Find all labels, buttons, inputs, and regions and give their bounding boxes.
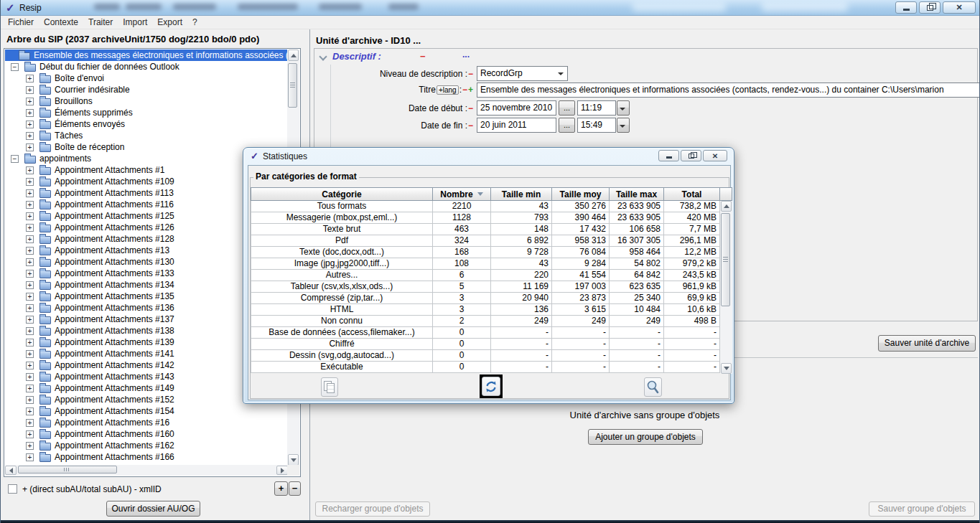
time-debut-input[interactable]: 11:19 <box>577 100 616 116</box>
expand-expander-icon[interactable]: + <box>26 201 34 209</box>
expand-expander-icon[interactable]: + <box>26 258 34 266</box>
tree-item[interactable]: +Appointment Attachments #162 <box>5 440 288 451</box>
collapse-expander-icon[interactable]: − <box>11 155 19 163</box>
scrollbar-thumb[interactable] <box>18 466 117 473</box>
expand-expander-icon[interactable]: + <box>26 396 34 404</box>
remove-field-icon[interactable]: − <box>462 85 467 95</box>
tree-item[interactable]: +Appointment Attachments #154 <box>5 405 288 417</box>
column-header-taille-max[interactable]: Taille max <box>610 187 664 201</box>
minimize-button[interactable] <box>895 1 917 14</box>
tree-item[interactable]: +Courrier indésirable <box>5 84 288 95</box>
copy-to-clipboard-button[interactable] <box>321 377 338 397</box>
save-object-group-button[interactable]: Sauver groupe d'objets <box>869 501 975 517</box>
expand-expander-icon[interactable]: + <box>26 293 34 301</box>
table-row[interactable]: Exécutable0---- <box>251 362 720 373</box>
niveau-combobox[interactable]: RecordGrp <box>477 66 568 81</box>
add-field-icon[interactable]: + <box>468 85 473 95</box>
table-row[interactable]: Texte brut46314817 432106 6587,7 MB <box>251 224 720 235</box>
column-header-taille-min[interactable]: Taille min <box>491 187 552 201</box>
expand-expander-icon[interactable]: + <box>26 339 34 347</box>
table-vertical-scrollbar[interactable] <box>720 201 732 374</box>
date-fin-input[interactable]: 20 juin 2011 <box>477 118 556 133</box>
remove-descriptif-icon[interactable]: − <box>420 51 426 62</box>
time-fin-dropdown-button[interactable] <box>617 118 630 133</box>
table-row[interactable]: Non connu2249249249498 B <box>251 316 720 327</box>
table-row[interactable]: Texte (doc,docx,odt...)1689 72876 084958… <box>251 247 720 258</box>
save-archive-unit-button[interactable]: Sauver unité d'archive <box>878 335 976 352</box>
table-row[interactable]: Messagerie (mbox,pst,eml...)1128793390 4… <box>251 212 720 224</box>
expand-expander-icon[interactable]: + <box>26 166 34 174</box>
subau-xmlid-checkbox[interactable] <box>8 484 17 494</box>
dialog-minimize-button[interactable] <box>658 150 679 161</box>
date-debut-picker-button[interactable]: ... <box>559 100 575 116</box>
expand-expander-icon[interactable]: + <box>26 430 34 438</box>
expand-expander-icon[interactable]: + <box>26 407 34 415</box>
dialog-restore-button[interactable] <box>681 150 701 161</box>
expand-expander-icon[interactable]: + <box>26 98 34 105</box>
expand-expander-icon[interactable]: + <box>26 75 34 83</box>
scroll-left-button[interactable] <box>5 466 17 475</box>
table-row[interactable]: Tableur (csv,xls,xlsx,ods...)511 169197 … <box>251 281 720 293</box>
table-row[interactable]: Base de données (access,filemaker...)0--… <box>251 327 720 339</box>
expand-expander-icon[interactable]: + <box>26 121 34 128</box>
expand-expander-icon[interactable]: + <box>26 235 34 243</box>
table-row[interactable]: HTML31363 61510 48410,6 kB <box>251 304 720 316</box>
expand-expander-icon[interactable]: + <box>26 143 34 151</box>
table-row[interactable]: Autres...622041 55464 842243,5 kB <box>251 270 720 281</box>
expand-expander-icon[interactable]: + <box>26 327 34 335</box>
expand-expander-icon[interactable]: + <box>26 109 34 117</box>
expand-expander-icon[interactable]: + <box>26 316 34 324</box>
collapse-all-button[interactable]: − <box>289 481 301 496</box>
titre-input[interactable]: Ensemble des messages électroniques et i… <box>477 83 980 98</box>
expand-expander-icon[interactable]: + <box>26 212 34 220</box>
date-debut-input[interactable]: 25 novembre 2010 <box>477 100 556 116</box>
remove-field-icon[interactable]: − <box>468 69 473 79</box>
expand-expander-icon[interactable]: + <box>26 224 34 232</box>
date-fin-picker-button[interactable]: ... <box>559 118 575 133</box>
table-row[interactable]: Chiffré0---- <box>251 339 720 350</box>
open-au-og-folder-button[interactable]: Ouvrir dossier AU/OG <box>106 501 200 517</box>
expand-expander-icon[interactable]: + <box>26 304 34 312</box>
scrollbar-thumb[interactable] <box>288 63 297 108</box>
tree-item[interactable]: −Début du fichier de données Outlook <box>5 61 288 72</box>
expand-expander-icon[interactable]: + <box>26 442 34 450</box>
column-header-total[interactable]: Total <box>664 187 720 201</box>
expand-expander-icon[interactable]: + <box>26 178 34 186</box>
column-header-taille-moy[interactable]: Taille moy <box>552 187 610 201</box>
expand-expander-icon[interactable]: + <box>26 132 34 140</box>
tree-item[interactable]: +Appointment Attachments #16 <box>5 417 288 428</box>
expand-all-button[interactable]: + <box>274 481 288 496</box>
collapse-expander-icon[interactable]: − <box>11 63 19 71</box>
menu-item-traiter[interactable]: Traiter <box>83 16 118 29</box>
descriptif-more-button[interactable]: ... <box>462 50 470 60</box>
expand-expander-icon[interactable]: + <box>26 350 34 358</box>
table-row[interactable]: Tous formats221043350 27623 633 905738,2… <box>251 201 720 212</box>
menu-item-contexte[interactable]: Contexte <box>39 16 83 29</box>
tree-item[interactable]: +Appointment Attachments #160 <box>5 428 288 440</box>
menu-item-help[interactable]: ? <box>187 16 202 29</box>
tree-item[interactable]: Ensemble des messages électroniques et i… <box>5 50 288 61</box>
restore-button[interactable] <box>919 1 941 14</box>
expand-expander-icon[interactable]: + <box>26 247 34 255</box>
tree-item[interactable]: +Brouillons <box>5 95 288 107</box>
tree-item[interactable]: +Éléments supprimés <box>5 107 288 118</box>
remove-field-icon[interactable]: − <box>468 121 473 131</box>
expand-expander-icon[interactable]: + <box>26 281 34 289</box>
time-debut-dropdown-button[interactable] <box>617 100 630 116</box>
expand-expander-icon[interactable]: + <box>26 373 34 381</box>
table-row[interactable]: Pdf3246 892958 31316 307 305296,1 MB <box>251 235 720 247</box>
reload-object-group-button[interactable]: Recharger groupe d'objets <box>315 501 430 517</box>
scroll-up-button[interactable] <box>288 50 299 61</box>
close-button[interactable]: ✕ <box>943 1 976 14</box>
time-fin-input[interactable]: 15:49 <box>577 118 616 133</box>
tree-item[interactable]: +Boîte d'envoi <box>5 72 288 84</box>
expand-expander-icon[interactable]: + <box>26 362 34 369</box>
table-row[interactable]: Dessin (svg,odg,autocad...)0---- <box>251 350 720 362</box>
search-detail-button[interactable] <box>644 377 662 397</box>
table-row[interactable]: Image (jpg,jpg2000,tiff...)108439 28454 … <box>251 258 720 270</box>
menu-item-fichier[interactable]: Fichier <box>3 16 39 29</box>
scroll-right-button[interactable] <box>276 466 288 475</box>
table-row[interactable]: Compressé (zip,tar...)320 94023 87325 34… <box>251 293 720 304</box>
tree-item[interactable]: +Appointment Attachments #166 <box>5 451 288 463</box>
dialog-close-button[interactable]: ✕ <box>703 150 727 161</box>
